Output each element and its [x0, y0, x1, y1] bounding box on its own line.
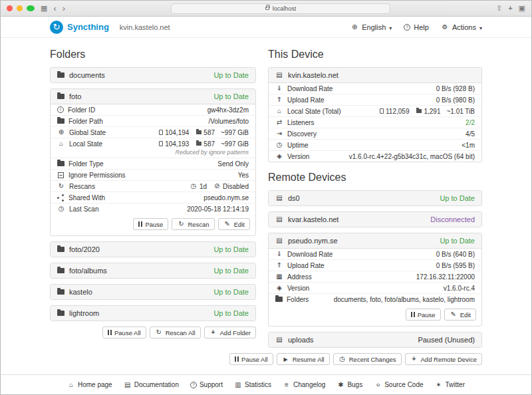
refresh-icon: [155, 329, 163, 336]
row-label: Upload Rate: [287, 262, 325, 269]
page-footer: Home page Documentation Support Statisti…: [1, 374, 531, 394]
footer-link-changelog[interactable]: Changelog: [283, 381, 325, 388]
pause-icon: [108, 330, 112, 335]
clock-icon: [275, 142, 283, 148]
zoom-button[interactable]: [27, 5, 35, 11]
pause-all-folders-button[interactable]: Pause All: [102, 327, 146, 338]
device-detail: Download Rate 0 B/s (640 B) Upload Rate …: [269, 249, 481, 326]
device-panel-header[interactable]: uploads Paused (Unused): [269, 332, 481, 347]
minimize-button[interactable]: [17, 5, 23, 11]
folder-status: Up to Date: [213, 267, 249, 275]
help-icon: [404, 24, 410, 31]
rescans-row: Rescans 1d Disabled: [51, 180, 255, 192]
footer-link-bugs[interactable]: Bugs: [336, 381, 362, 388]
pause-all-devices-button[interactable]: Pause All: [229, 353, 273, 365]
folder-status: Up to Date: [213, 92, 249, 100]
footer-link-support[interactable]: Support: [190, 381, 223, 388]
plus-icon: [209, 329, 217, 336]
disabled-icon: [213, 183, 221, 190]
folder-icon: [57, 311, 65, 316]
edit-button[interactable]: Edit: [444, 309, 476, 321]
folder-panel-header[interactable]: foto Up to Date: [51, 89, 255, 104]
download-rate-row: Download Rate 0 B/s (640 B): [269, 249, 481, 259]
device-status: Disconnected: [430, 215, 475, 223]
header-device-name: kvin.kastelo.net: [120, 23, 170, 31]
row-label: Folders: [287, 296, 309, 303]
close-button[interactable]: [7, 5, 13, 11]
row-label: Local State (Total): [287, 108, 341, 115]
device-panel-header[interactable]: kvar.kastelo.net Disconnected: [269, 212, 481, 227]
footer-link-statistics[interactable]: Statistics: [234, 381, 271, 388]
row-value: 1d Disabled: [190, 183, 249, 190]
pause-icon: [138, 221, 142, 227]
row-label: Upload Rate: [287, 96, 325, 104]
bar-chart-icon: [234, 382, 242, 388]
add-remote-device-button[interactable]: Add Remote Device: [405, 353, 482, 365]
row-value: 0 B/s (980 B): [436, 96, 475, 104]
question-circle-icon: [190, 382, 197, 388]
row-label: Discovery: [287, 130, 317, 138]
row-value: <1m: [462, 142, 475, 149]
local-state-row: Local State 104,193 587 ~997 GiB: [51, 138, 255, 149]
device-panel-header[interactable]: ds0 Up to Date: [269, 191, 481, 205]
info-icon: [57, 106, 64, 113]
ignore-permissions-row: Ignore Permissions Yes: [51, 169, 255, 180]
device-panel-kvar: kvar.kastelo.net Disconnected: [268, 211, 482, 227]
rescan-all-button[interactable]: Rescan All: [150, 327, 201, 338]
add-folder-button[interactable]: Add Folder: [204, 327, 256, 338]
address-bar[interactable]: localhost: [171, 3, 390, 14]
footer-link-twitter[interactable]: Twitter: [435, 381, 465, 388]
footer-link-documentation[interactable]: Documentation: [124, 381, 179, 388]
footer-link-source-code[interactable]: Source Code: [374, 381, 423, 388]
row-label: Folder Type: [68, 160, 104, 168]
pause-button[interactable]: Pause: [133, 218, 168, 230]
folder-detail: Folder ID gw4hx-3dz2m Folder Path /Volum…: [51, 104, 255, 235]
tab-overview-button[interactable]: [519, 5, 525, 12]
recent-changes-button[interactable]: Recent Changes: [333, 353, 402, 365]
pause-button[interactable]: Pause: [406, 309, 441, 321]
footer-link-homepage[interactable]: Home page: [67, 381, 112, 388]
edit-icon: [450, 311, 458, 318]
device-name: kvin.kastelo.net: [288, 71, 338, 79]
help-menu[interactable]: Help: [404, 23, 429, 31]
folder-panel-header[interactable]: lightroom Up to Date: [51, 306, 255, 321]
folder-panel-header[interactable]: foto/2020 Up to Date: [51, 242, 255, 257]
home-icon: [275, 108, 283, 114]
row-label: Folder Path: [68, 118, 103, 125]
folder-icon: [196, 142, 201, 146]
global-state-row: Global State 104,194 587 ~997 GiB: [51, 126, 255, 138]
share-button[interactable]: [496, 5, 502, 12]
back-button[interactable]: [53, 4, 56, 13]
device-status: Paused (Unused): [418, 336, 475, 344]
row-label: Uptime: [287, 142, 309, 149]
new-tab-button[interactable]: [508, 5, 512, 12]
row-value: 112,059 1,291 ~1.01 TiB: [376, 108, 475, 115]
folder-panel-foto-2020: foto/2020 Up to Date: [50, 241, 256, 257]
folder-name: foto/albums: [69, 267, 107, 275]
book-icon: [124, 382, 132, 388]
actions-menu[interactable]: Actions: [441, 23, 482, 31]
device-icon: [275, 195, 283, 201]
list-icon: [283, 382, 291, 388]
address-bar-wrap: localhost: [71, 3, 490, 14]
tag-icon: [275, 153, 283, 160]
this-device-title: This Device: [268, 49, 482, 61]
edit-button[interactable]: Edit: [218, 218, 250, 230]
device-panel-header[interactable]: kvin.kastelo.net: [269, 68, 481, 83]
forward-button[interactable]: [63, 4, 65, 13]
language-menu[interactable]: English: [350, 23, 392, 31]
folder-panel-header[interactable]: kastelo Up to Date: [51, 285, 255, 299]
sidebar-toggle-icon[interactable]: [41, 5, 47, 12]
resume-all-button[interactable]: Resume All: [277, 353, 330, 365]
folder-panel-header[interactable]: documents Up to Date: [51, 68, 255, 82]
version-row: Version v1.6.0-rc.4+22-g5b34c31c, macOS …: [269, 150, 481, 162]
rescan-button[interactable]: Rescan: [172, 218, 214, 230]
file-icon: [159, 130, 163, 135]
browser-window: localhost Syncthing kvin.kastelo.net Eng…: [0, 0, 532, 395]
device-panel-header[interactable]: pseudo.nym.se Up to Date: [269, 233, 481, 249]
row-value: pseudo.nym.se: [203, 194, 249, 201]
folder-panel-header[interactable]: foto/albums Up to Date: [51, 263, 255, 278]
syncthing-logo-icon[interactable]: [50, 21, 63, 34]
row-label: Folder ID: [68, 106, 95, 114]
actions-label: Actions: [452, 23, 476, 31]
